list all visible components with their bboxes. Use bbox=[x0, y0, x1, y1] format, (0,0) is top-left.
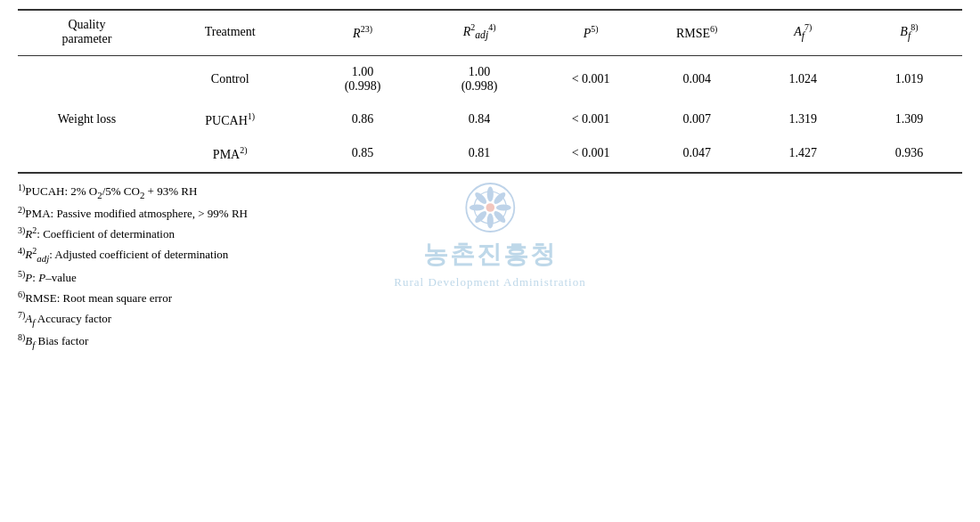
footnote-5: 5)P: P–value bbox=[18, 267, 962, 288]
footnotes: 1)PUCAH: 2% O2/5% CO2 + 93% RH 2)PMA: Pa… bbox=[18, 181, 962, 353]
header-quality: Qualityparameter bbox=[18, 10, 156, 53]
footnote-3: 3)R2: Coefficient of determination bbox=[18, 224, 962, 244]
table-row: PMA2) 0.85 0.81 < 0.001 0.047 1.427 0.93… bbox=[18, 136, 962, 171]
treatment-cell-1: Control bbox=[156, 55, 305, 102]
treatment-cell-2: PUCAH1) bbox=[156, 102, 305, 137]
header-r2adj: R2adj4) bbox=[421, 10, 538, 53]
footnote-7: 7)Af Accuracy factor bbox=[18, 308, 962, 330]
footnote-6: 6)RMSE: Root mean square error bbox=[18, 288, 962, 308]
page-wrapper: Qualityparameter Treatment R23) R2adj4) … bbox=[18, 9, 962, 353]
bf-cell-2: 1.309 bbox=[856, 102, 962, 137]
footnote-4: 4)R2adj: Adjusted coefficient of determi… bbox=[18, 244, 962, 266]
p-cell-2: < 0.001 bbox=[538, 102, 644, 137]
treatment-cell-3: PMA2) bbox=[156, 136, 305, 171]
rmse-cell-2: 0.007 bbox=[644, 102, 750, 137]
p-cell-1: < 0.001 bbox=[538, 55, 644, 102]
r2adj-cell-1: 1.00(0.998) bbox=[421, 55, 538, 102]
r-cell-3: 0.85 bbox=[305, 136, 421, 171]
header-bf: Bf8) bbox=[856, 10, 962, 53]
bf-cell-1: 1.019 bbox=[856, 55, 962, 102]
r-cell-1: 1.00(0.998) bbox=[305, 55, 421, 102]
footnote-2: 2)PMA: Passive modified atmosphere, > 99… bbox=[18, 203, 962, 224]
table-row: Control 1.00(0.998) 1.00(0.998) < 0.001 … bbox=[18, 55, 962, 102]
bf-cell-3: 0.936 bbox=[856, 136, 962, 171]
r2adj-cell-2: 0.84 bbox=[421, 102, 538, 137]
header-p: P5) bbox=[538, 10, 644, 53]
quality-cell-1 bbox=[18, 55, 156, 102]
af-cell-2: 1.319 bbox=[750, 102, 856, 137]
footnote-1: 1)PUCAH: 2% O2/5% CO2 + 93% RH bbox=[18, 181, 962, 203]
header-rmse: RMSE6) bbox=[644, 10, 750, 53]
r2adj-cell-3: 0.81 bbox=[421, 136, 538, 171]
table-row: Weight loss PUCAH1) 0.86 0.84 < 0.001 0.… bbox=[18, 102, 962, 137]
header-r: R23) bbox=[305, 10, 421, 53]
data-table: Qualityparameter Treatment R23) R2adj4) … bbox=[18, 9, 962, 174]
af-cell-3: 1.427 bbox=[750, 136, 856, 171]
quality-cell-3 bbox=[18, 136, 156, 171]
header-af: Af7) bbox=[750, 10, 856, 53]
af-cell-1: 1.024 bbox=[750, 55, 856, 102]
footnotes-area: 농촌진흥청 Rural Development Administration 1… bbox=[18, 181, 962, 353]
rmse-cell-1: 0.004 bbox=[644, 55, 750, 102]
p-cell-3: < 0.001 bbox=[538, 136, 644, 171]
rmse-cell-3: 0.047 bbox=[644, 136, 750, 171]
r-cell-2: 0.86 bbox=[305, 102, 421, 137]
header-treatment: Treatment bbox=[156, 10, 305, 53]
quality-cell-2: Weight loss bbox=[18, 102, 156, 137]
footnote-8: 8)Bf Bias factor bbox=[18, 330, 962, 353]
